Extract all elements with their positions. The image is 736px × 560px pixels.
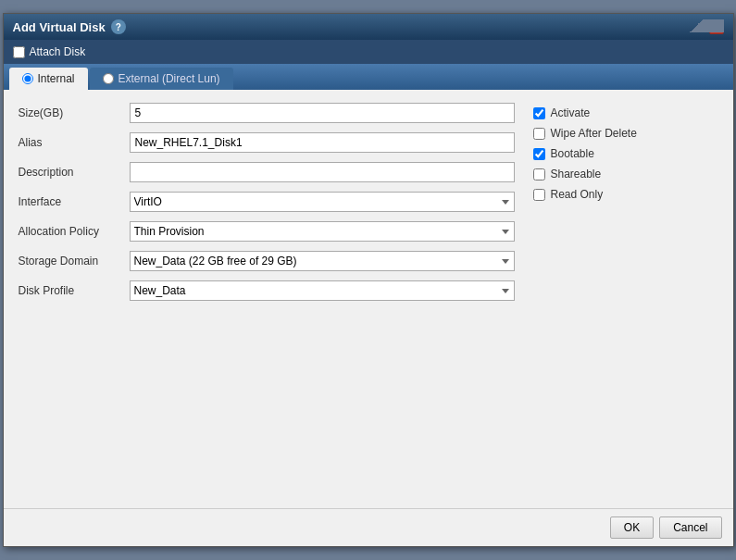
tab-external[interactable]: External (Direct Lun) bbox=[90, 68, 233, 90]
description-input[interactable] bbox=[130, 162, 515, 182]
wipe-after-delete-row: Wipe After Delete bbox=[533, 127, 718, 140]
left-panel: Size(GB) Alias Description Interface Vir… bbox=[19, 103, 515, 310]
alias-label: Alias bbox=[19, 136, 130, 149]
allocation-policy-select[interactable]: Thin Provision Preallocated bbox=[130, 221, 515, 242]
allocation-policy-row: Allocation Policy Thin Provision Preallo… bbox=[19, 221, 515, 242]
size-row: Size(GB) bbox=[19, 103, 515, 123]
add-virtual-disk-dialog: Add Virtual Disk ? ✕ Attach Disk Interna… bbox=[3, 13, 734, 547]
form-content: Size(GB) Alias Description Interface Vir… bbox=[4, 90, 733, 323]
help-icon[interactable]: ? bbox=[111, 19, 126, 34]
read-only-checkbox[interactable] bbox=[533, 189, 545, 201]
ok-button[interactable]: OK bbox=[610, 516, 654, 539]
interface-select[interactable]: VirtIO IDE VirtIO-SCSI bbox=[130, 192, 515, 212]
close-button[interactable]: ✕ bbox=[709, 19, 724, 34]
footer: OK Cancel bbox=[4, 508, 733, 546]
shareable-label: Shareable bbox=[551, 168, 602, 180]
tab-internal-radio[interactable] bbox=[22, 73, 33, 84]
description-row: Description bbox=[19, 162, 515, 182]
bootable-label: Bootable bbox=[551, 147, 594, 160]
tab-external-radio[interactable] bbox=[103, 73, 114, 84]
interface-row: Interface VirtIO IDE VirtIO-SCSI bbox=[19, 192, 515, 212]
bootable-checkbox[interactable] bbox=[533, 148, 545, 160]
storage-domain-label: Storage Domain bbox=[19, 255, 130, 268]
title-bar: Add Virtual Disk ? ✕ bbox=[4, 14, 733, 40]
read-only-row: Read Only bbox=[533, 188, 718, 201]
activate-row: Activate bbox=[533, 106, 718, 119]
wipe-after-delete-label: Wipe After Delete bbox=[551, 127, 637, 140]
bootable-row: Bootable bbox=[533, 147, 718, 160]
disk-profile-select[interactable]: New_Data bbox=[130, 280, 515, 301]
alias-row: Alias bbox=[19, 132, 515, 153]
right-panel: Activate Wipe After Delete Bootable Shar… bbox=[533, 103, 718, 310]
alias-input[interactable] bbox=[130, 132, 515, 153]
size-input[interactable] bbox=[130, 103, 515, 123]
attach-disk-bar: Attach Disk bbox=[4, 40, 733, 64]
dialog-title: Add Virtual Disk bbox=[13, 20, 106, 34]
allocation-policy-label: Allocation Policy bbox=[19, 225, 130, 238]
disk-profile-label: Disk Profile bbox=[19, 284, 130, 297]
attach-disk-checkbox[interactable] bbox=[13, 46, 25, 58]
storage-domain-row: Storage Domain New_Data (22 GB free of 2… bbox=[19, 251, 515, 271]
tab-internal[interactable]: Internal bbox=[9, 68, 88, 90]
wipe-after-delete-checkbox[interactable] bbox=[533, 128, 545, 140]
attach-disk-label[interactable]: Attach Disk bbox=[13, 45, 86, 58]
tab-bar: Internal External (Direct Lun) bbox=[4, 64, 733, 90]
activate-checkbox[interactable] bbox=[533, 107, 545, 119]
description-label: Description bbox=[19, 166, 130, 179]
cancel-button[interactable]: Cancel bbox=[659, 516, 721, 539]
shareable-checkbox[interactable] bbox=[533, 168, 545, 180]
size-label: Size(GB) bbox=[19, 106, 130, 119]
activate-label: Activate bbox=[551, 106, 591, 119]
disk-profile-row: Disk Profile New_Data bbox=[19, 280, 515, 301]
storage-domain-select[interactable]: New_Data (22 GB free of 29 GB) bbox=[130, 251, 515, 271]
read-only-label: Read Only bbox=[551, 188, 604, 201]
interface-label: Interface bbox=[19, 195, 130, 208]
shareable-row: Shareable bbox=[533, 168, 718, 180]
empty-space bbox=[4, 323, 733, 508]
